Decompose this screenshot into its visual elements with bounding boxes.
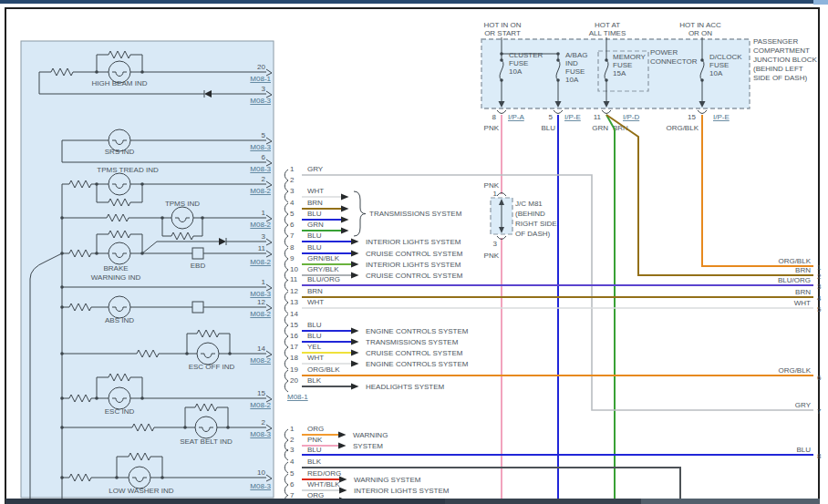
pin-number: 15 [290,321,298,329]
wire-color-label: PNK [484,181,500,190]
junction-block-label: COMPARTMENT [753,46,810,55]
wire-color-label: RED/ORG [307,469,341,478]
feed-label: HOT AT [595,21,620,29]
pin-number: 6 [290,221,295,229]
indicator-label: SEAT BELT IND [180,437,233,446]
connector-link-ip-e[interactable]: I/P-E [564,113,581,121]
pin-number: 1 [290,425,295,433]
connector-link-m08-1[interactable]: M08-1 [287,393,308,401]
connector-link-m08-2[interactable]: M08-2 [250,310,271,318]
wire-color-label: BLU [541,124,555,132]
fuse-label: 10A [509,67,523,76]
pin-number: 1 [290,165,295,173]
indicator-label: TPMS TREAD IND [97,166,159,174]
wire-color-label: ORG/BLK [778,257,811,265]
pin-number: 4 [817,294,822,303]
wire-color-label: WHT [794,299,811,307]
system-label: CRUISE CONTROL SYSTEM [366,250,463,258]
wire-color-label: GRN [307,221,324,229]
connector-link-ip-d[interactable]: I/P-D [623,113,639,121]
wire-color-label: BLU [307,446,322,454]
scrollbar-thumb[interactable] [641,499,820,504]
wire-color-label: GRY [307,165,324,173]
fuse-label: 10A [709,69,723,77]
pin-number: 13 [290,298,298,306]
pin-number: 7 [817,407,822,416]
system-label: INTERIOR LIGHTS SYSTEM [366,238,461,246]
jc-m81-label: J/C M81 [515,200,543,208]
pin-number: 3 [262,232,266,241]
connector-link-m08-3[interactable]: M08-3 [250,290,271,298]
pin-number: 1 [262,278,266,286]
wire-color-label: BLU [307,321,322,329]
horizontal-scrollbar [5,499,820,504]
pin-number: 2 [262,175,266,183]
pin-number: 3 [262,85,266,93]
system-label: INTERIOR LIGHTS SYSTEM [354,487,450,495]
wire-color-label: WHT [307,298,324,306]
power-connector-label: POWER [650,48,678,57]
pin-number: 15 [257,389,265,397]
pin-number: 2 [262,418,266,427]
wire-color-label: BLK [307,458,322,466]
pin-number: 2 [290,176,295,184]
jc-m81-label: RIGHT SIDE [515,220,557,228]
fuse-label: FUSE [613,61,632,69]
connector-link-m08-3[interactable]: M08-3 [250,482,271,490]
pin-number: 1 [817,263,822,272]
pin-number: 5 [290,210,295,218]
jb-pin-number: 8 [492,113,497,121]
connector-link-m08-2[interactable]: M08-2 [250,356,271,365]
wire-color-label: BLU/ORG [307,275,340,283]
wire-color-label: WHT [307,354,324,362]
fuse-label: D/CLOCK [709,53,742,61]
indicator-label: LOW WASHER IND [109,487,173,495]
wire-org-blk [702,115,813,266]
ebd-label: EBD [191,262,206,270]
connector-link-m08-2[interactable]: M08-2 [250,258,271,266]
connector-link-m08-1[interactable]: M08-1 [250,75,271,83]
wire-grn [606,115,615,499]
wire-color-label: GRY/BLK [307,265,339,273]
scrollbar-track-left[interactable] [5,499,445,504]
jb-pin-number: 15 [688,113,696,121]
feed-label: OR ON [688,29,712,37]
pin-number: 2 [817,273,822,281]
jc-pin-number: 1 [493,190,498,198]
wire-color-label: BLU [307,332,322,340]
feed-label: HOT IN ON [483,21,521,29]
wire-color-label: WHT/BLK [307,480,340,489]
pin-number: 8 [290,243,295,252]
jb-pin-number: 5 [549,113,554,121]
junction-block-label: SIDE OF DASH) [753,74,807,82]
power-connector-label: CONNECTOR [650,57,698,66]
connector-link-m08-2[interactable]: M08-2 [250,401,271,409]
pin-number: 6 [262,153,266,161]
connector-link-m08-2[interactable]: M08-2 [250,187,271,195]
system-label: INTERIOR LIGHTS SYSTEM [366,261,461,269]
pin-number: 3 [290,187,295,195]
pin-number: 18 [290,354,298,362]
pin-number: 3 [817,283,822,291]
connector-link-m08-3[interactable]: M08-3 [250,143,271,151]
connector-link-ip-e2[interactable]: I/P-E [713,113,730,121]
pin-number: 5 [290,469,295,478]
system-label: CRUISE CONTROL SYSTEM [366,349,463,357]
junction-block-label: (BEHIND LEFT [753,65,803,73]
system-label: TRANSMISSIONS SYSTEM [366,338,459,346]
scrollbar-track-mid[interactable] [445,499,641,504]
pin-number: 5 [817,305,822,314]
wire-color-label: WHT [307,187,324,195]
wire-color-label: PNK [484,252,500,260]
connector-link-m08-3[interactable]: M08-3 [250,97,271,105]
wire-color-label: GRY [795,401,812,409]
indicator-label: WARNING IND [91,273,141,282]
junction-block-label: JUNCTION BLOCK [753,56,817,64]
connector-link-m08-3[interactable]: M08-3 [250,430,271,438]
pin-number: 6 [290,480,295,489]
wire-color-label: BRN [795,266,811,274]
connector-link-m08-2[interactable]: M08-2 [250,221,271,229]
junction-block: HOT IN ON OR START HOT AT ALL TIMES HOT … [481,21,817,132]
connector-link-ip-a[interactable]: I/P-A [508,113,524,121]
connector-link-m08-3[interactable]: M08-3 [250,165,271,173]
